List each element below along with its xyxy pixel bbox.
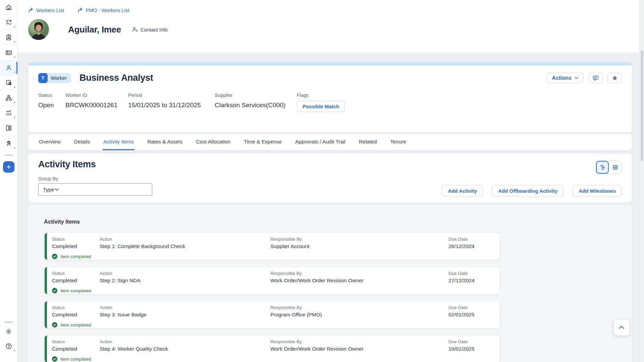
due-date-value: 27/12/2024: [448, 278, 500, 284]
support-agent-icon: [5, 140, 12, 147]
list-view-button[interactable]: [609, 161, 622, 174]
cell-responsible: Responsible ByWork Order/Work Order Revi…: [270, 271, 448, 285]
hierarchy-view-button[interactable]: [596, 161, 609, 174]
tab-rates-assets[interactable]: Rates & Assets: [147, 134, 183, 150]
field-period: Period 15/01/2025 to 31/12/2025: [128, 93, 215, 112]
column-label: Responsible By: [270, 271, 448, 276]
layout-icon: [5, 124, 12, 132]
field-value: Open: [38, 102, 65, 109]
sidebar-item-home[interactable]: [0, 0, 17, 15]
field-label: Flags: [297, 93, 345, 98]
activity-item-row[interactable]: StatusCompleted ActionStep 2: Sign NDA R…: [45, 267, 500, 294]
sidebar-item-invoices[interactable]: [0, 75, 17, 90]
check-circle-icon: [52, 288, 57, 293]
status-badge: Item completed: [52, 356, 500, 362]
page-header: Workers List PMO - Workers List Aguilar,…: [18, 0, 639, 53]
group-by-select[interactable]: Type: [38, 183, 152, 196]
column-label: Due Date: [448, 305, 500, 310]
column-label: Action: [100, 305, 270, 310]
field-value: Clarkson Services(C000): [215, 102, 297, 109]
page-title-worker-name: Aguilar, Imee: [68, 24, 121, 35]
worker-type-badge: T Worker: [38, 73, 71, 83]
breadcrumb-pmo-workers-list[interactable]: PMO - Workers List: [77, 7, 129, 13]
possible-match-flag-button[interactable]: Possible Match: [297, 101, 345, 112]
check-circle-icon: [52, 322, 57, 327]
tab-approvals-audit-trail[interactable]: Approvals / Audit Trail: [294, 134, 346, 150]
cell-due-date: Due Date10/01/2025: [448, 339, 500, 353]
column-label: Responsible By: [270, 237, 448, 242]
sidebar-item-analytics[interactable]: [0, 106, 17, 121]
forward-arrow-icon: [28, 7, 34, 13]
sidebar: [0, 0, 18, 362]
section-title: Activity Items: [38, 159, 96, 170]
list-view-icon: [612, 164, 619, 171]
actions-button[interactable]: Actions: [547, 73, 584, 83]
chevron-down-icon: [54, 187, 59, 192]
view-mode-toggle: [596, 161, 622, 174]
sidebar-item-org-structure[interactable]: [0, 90, 17, 106]
settings-gear-icon: [5, 328, 12, 335]
chevron-up-icon: [618, 324, 625, 331]
activity-item-row[interactable]: StatusCompleted ActionStep 1: Complete B…: [45, 233, 500, 260]
sidebar-item-settings[interactable]: [0, 324, 17, 339]
sidebar-item-apps[interactable]: [0, 121, 17, 136]
note-label: Item completed: [60, 357, 91, 362]
status-badge: Item completed: [52, 288, 500, 294]
sidebar-item-job-postings[interactable]: [0, 30, 17, 45]
activity-items-list-panel: Activity Items StatusCompleted ActionSte…: [28, 205, 632, 362]
tab-cost-allocation[interactable]: Cost Allocation: [195, 134, 231, 150]
sidebar-item-workers[interactable]: [0, 60, 17, 75]
field-worker-id: Worker ID BRCWK00001261: [65, 93, 128, 112]
detail-tabs: Overview Details Activity Items Rates & …: [28, 134, 632, 150]
cell-action: ActionStep 3: Issue Badge: [100, 305, 270, 319]
tab-details[interactable]: Details: [73, 134, 91, 150]
note-label: Item completed: [60, 288, 91, 293]
tab-time-expense[interactable]: Time & Expense: [243, 134, 282, 150]
add-activity-button[interactable]: Add Activity: [442, 185, 483, 196]
tab-activity-items[interactable]: Activity Items: [103, 134, 135, 150]
check-circle-icon: [52, 356, 57, 362]
status-value: Completed: [52, 312, 100, 318]
contact-info-button[interactable]: Contact Info: [132, 26, 168, 33]
scroll-to-top-button[interactable]: [613, 319, 630, 336]
sidebar-item-work-orders[interactable]: [0, 45, 17, 60]
cell-status: StatusCompleted: [52, 339, 100, 353]
field-status: Status Open: [38, 93, 65, 112]
sidebar-item-support[interactable]: [0, 136, 17, 151]
status-value: Completed: [52, 278, 100, 284]
check-circle-icon: [52, 254, 57, 259]
column-label: Due Date: [448, 237, 500, 242]
home-icon: [5, 4, 12, 11]
column-label: Status: [52, 271, 100, 276]
status-value: Completed: [52, 346, 100, 352]
actions-label: Actions: [552, 75, 572, 81]
type-letter-badge: T: [38, 73, 48, 83]
breadcrumb-workers-list[interactable]: Workers List: [28, 7, 64, 13]
scrollbar-thumb[interactable]: [641, 50, 643, 161]
add-milestones-button[interactable]: Add Milestones: [573, 185, 622, 196]
favorite-star-button[interactable]: [607, 73, 622, 83]
cell-status: StatusCompleted: [52, 237, 100, 251]
tab-overview[interactable]: Overview: [38, 134, 61, 150]
star-icon: [611, 75, 618, 81]
breadcrumb-label: PMO - Workers List: [86, 7, 129, 13]
breadcrumb: Workers List PMO - Workers List: [28, 7, 129, 13]
sidebar-item-worklist[interactable]: [0, 15, 17, 30]
card-accent-strip: [28, 62, 632, 65]
sidebar-item-help[interactable]: [0, 339, 17, 354]
cell-responsible: Responsible ByWork Order/Work Order Revi…: [270, 339, 448, 353]
responsible-value: Work Order/Work Order Revision Owner: [270, 278, 448, 284]
column-label: Due Date: [448, 339, 500, 344]
tab-related[interactable]: Related: [358, 134, 377, 150]
breadcrumb-label: Workers List: [36, 7, 64, 13]
due-date-value: 10/01/2025: [448, 346, 500, 352]
responsible-value: Supplier Account: [270, 243, 448, 249]
add-offboarding-activity-button[interactable]: Add Offboarding Activity: [492, 185, 564, 196]
activity-item-row[interactable]: StatusCompleted ActionStep 4: Worker Qua…: [45, 336, 500, 362]
column-label: Responsible By: [270, 339, 448, 344]
company-grid-icon: [5, 49, 12, 56]
comments-button[interactable]: [588, 73, 603, 83]
tab-tenure[interactable]: Tenure: [389, 134, 407, 150]
create-new-button[interactable]: [3, 161, 14, 173]
activity-item-row[interactable]: StatusCompleted ActionStep 3: Issue Badg…: [45, 301, 500, 328]
